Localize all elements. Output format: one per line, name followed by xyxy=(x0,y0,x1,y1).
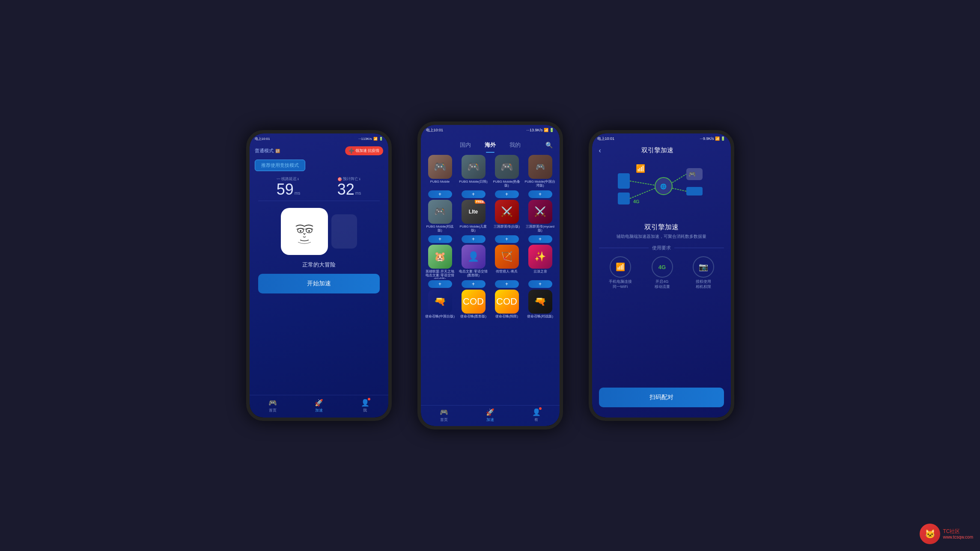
game-card-sgz1: ⚔️ 三国群英传(台版) + xyxy=(491,200,523,243)
game-card-cod4: 🔫 使命召唤(对战版) xyxy=(524,290,556,324)
game-card-anime: 👤 电击文案:零语交情(图形限) + xyxy=(458,245,489,288)
requirements-section: 使用要求 📶 手机电脑连接同一WiFi 4G 开启4G移动流量 📷 授权使用相机… xyxy=(599,245,724,289)
scan-btn[interactable]: 扫码配对 xyxy=(599,388,724,407)
game-side-icon xyxy=(331,214,357,249)
add-btn[interactable]: + xyxy=(528,280,552,288)
add-btn[interactable]: + xyxy=(528,235,552,243)
stats-row: 〰 线路延迟 ℹ 59 ms 🎯 预计阵亡 ℹ 32 ms xyxy=(250,173,388,197)
phone1-nav: 🎮 首页 🚀 加速 👤 我 xyxy=(250,395,388,418)
game-name: 正常的大冒险 xyxy=(250,258,388,271)
game-title: 传世猎人-将兵 xyxy=(496,270,518,279)
game-area xyxy=(250,204,388,258)
games-row-3: 🐹 英雄联盟:开天之地 电击文案:零语交情(对试限) + 👤 电击文案:零语交情… xyxy=(424,245,556,288)
game-card-cod2: COD 使命召唤(图形版) xyxy=(458,290,489,324)
game-card-pubg4: 🎮 PUBG Mobile(中国台湾版) + xyxy=(524,155,556,198)
req-divider: 使用要求 xyxy=(599,245,724,251)
svg-text:🌐: 🌐 xyxy=(660,183,667,190)
status-right-1: ···113K/s 📶 🔋 xyxy=(358,137,383,141)
phone3-screen: 电上10:01 ···9.9K/s 📶 🔋 ‹ 双引擎加速 📶 4G 🌐 xyxy=(592,133,731,418)
nav-home-2[interactable]: 🎮 首页 xyxy=(440,408,448,423)
game-title: PUBG Mobile(中国台湾版) xyxy=(524,180,556,189)
game-card-cod3: COD 使命召唤(韩限) xyxy=(491,290,523,324)
add-btn[interactable]: + xyxy=(495,235,519,243)
games-row-2: 🎮 PUBG Mobile(对战版) + LIte FREE PUBG Mobi… xyxy=(424,200,556,243)
phone-1: 电上10:01 ···113K/s 📶 🔋 普通模式 🔁 ➕ 领加速 抗疫情 推… xyxy=(246,130,392,421)
status-bar-3: 电上10:01 ···9.9K/s 📶 🔋 xyxy=(592,133,731,144)
svg-text:🎮: 🎮 xyxy=(688,171,696,178)
status-left-1: 电上10:01 xyxy=(255,136,270,141)
nav-speed[interactable]: 🚀 加速 xyxy=(315,399,323,413)
lite-badge: FREE xyxy=(475,200,486,204)
svg-rect-5 xyxy=(618,173,630,189)
dual-engine-title: 双引擎加速 xyxy=(592,223,731,232)
phone2-tabs: 国内 海外 我的 🔍 xyxy=(421,135,560,151)
game-title: 云淡之音 xyxy=(533,270,547,279)
game-card-hamster: 🐹 英雄联盟:开天之地 电击文案:零语交情(对试限) + xyxy=(424,245,456,288)
add-btn[interactable]: + xyxy=(495,190,519,198)
game-title: 使命召唤(图形版) xyxy=(460,314,486,324)
game-title: 使命召唤(韩限) xyxy=(495,314,518,324)
game-title: PUBG Mobile(日韩) xyxy=(459,180,487,189)
phone2-nav: 🎮 首页 🚀 加速 👤 有 xyxy=(421,405,560,426)
phone1-screen: 电上10:01 ···113K/s 📶 🔋 普通模式 🔁 ➕ 领加速 抗疫情 推… xyxy=(250,133,388,418)
stat-predict: 🎯 预计阵亡 ℹ 32 ms xyxy=(337,176,361,197)
req-icons: 📶 手机电脑连接同一WiFi 4G 开启4G移动流量 📷 授权使用相机权限 xyxy=(599,256,724,289)
add-btn[interactable]: + xyxy=(462,235,486,243)
games-row-4: 🔫 使命召唤(中国台版) COD 使命召唤(图形版) COD 使命召唤(韩限) xyxy=(424,290,556,324)
req-item-wifi: 📶 手机电脑连接同一WiFi xyxy=(609,256,632,289)
start-btn[interactable]: 开始加速 xyxy=(258,274,380,293)
tab-domestic[interactable]: 国内 xyxy=(453,139,478,151)
status-bar-2: 电上10:01 ···13.9K/s 📶 🔋 xyxy=(421,125,560,135)
recommend-btn[interactable]: 推荐使用竞技模式 xyxy=(255,160,305,171)
add-btn[interactable]: + xyxy=(495,280,519,288)
watermark-site: TC社区 xyxy=(943,528,973,535)
game-card-pubg-lite: LIte FREE PUBG Mobile(儿童版) + xyxy=(458,200,489,243)
watermark-url: www.tcsqw.com xyxy=(943,535,973,539)
svg-rect-13 xyxy=(686,187,703,196)
tab-overseas[interactable]: 海外 xyxy=(478,139,503,151)
game-card-fps1: 🔫 使命召唤(中国台版) xyxy=(424,290,456,324)
games-grid: 🎮 PUBG Mobile + 🎮 PUBG Mobile(日韩) + 🎮 xyxy=(421,151,560,405)
add-btn[interactable]: + xyxy=(428,280,452,288)
back-btn[interactable]: ‹ xyxy=(599,147,601,154)
nav-profile-2[interactable]: 👤 有 xyxy=(532,408,541,423)
svg-text:📶: 📶 xyxy=(636,164,646,173)
game-title: 三国群英传(台版) xyxy=(494,225,520,234)
nav-speed-2[interactable]: 🚀 加速 xyxy=(486,408,494,423)
phone-3: 电上10:01 ···9.9K/s 📶 🔋 ‹ 双引擎加速 📶 4G 🌐 xyxy=(589,130,734,421)
req-item-camera: 📷 授权使用相机权限 xyxy=(693,256,714,289)
nav-home[interactable]: 🎮 首页 xyxy=(268,399,277,413)
add-btn[interactable]: + xyxy=(428,235,452,243)
phone-2: 电上10:01 ···13.9K/s 📶 🔋 国内 海外 我的 🔍 🎮 xyxy=(417,121,563,430)
game-icon-main xyxy=(281,208,328,255)
game-title: PUBG Mobile(热备版) xyxy=(491,180,523,189)
add-btn[interactable]: + xyxy=(528,190,552,198)
game-title: PUBG Mobile(对战版) xyxy=(424,225,456,234)
phone3-header: ‹ 双引擎加速 xyxy=(592,144,731,157)
svg-point-3 xyxy=(300,230,301,232)
req-item-4g: 4G 开启4G移动流量 xyxy=(652,256,673,289)
game-title: 三国群英传(mycard版) xyxy=(524,225,556,234)
phone1-header: 普通模式 🔁 ➕ 领加速 抗疫情 xyxy=(250,144,388,158)
svg-line-16 xyxy=(672,174,686,183)
watermark: 🐱 TC社区 www.tcsqw.com xyxy=(920,524,973,544)
add-btn[interactable]: + xyxy=(428,190,452,198)
add-btn[interactable]: + xyxy=(462,280,486,288)
nav-profile[interactable]: 👤 我 xyxy=(361,399,369,413)
game-card-pubg3: 🎮 PUBG Mobile(热备版) + xyxy=(491,155,523,198)
watermark-icon: 🐱 xyxy=(920,524,940,544)
network-diagram: 📶 4G 🌐 🎮 xyxy=(614,160,709,216)
svg-line-17 xyxy=(672,188,686,191)
game-title: 英雄联盟:开天之地 电击文案:零语交情(对试限) xyxy=(424,270,456,279)
tab-mine[interactable]: 我的 xyxy=(503,139,527,151)
status-bar-1: 电上10:01 ···113K/s 📶 🔋 xyxy=(250,133,388,144)
divider-1 xyxy=(258,201,380,201)
svg-point-4 xyxy=(308,230,310,232)
tab-search-icon[interactable]: 🔍 xyxy=(545,142,553,148)
add-btn[interactable]: + xyxy=(462,190,486,198)
antivirus-btn[interactable]: ➕ 领加速 抗疫情 xyxy=(345,146,383,155)
game-title: PUBG Mobile xyxy=(430,180,450,189)
game-card-pubg2: 🎮 PUBG Mobile(日韩) + xyxy=(458,155,489,198)
status-left-2: 电上10:01 xyxy=(426,127,444,133)
mode-label: 普通模式 🔁 xyxy=(255,148,280,154)
